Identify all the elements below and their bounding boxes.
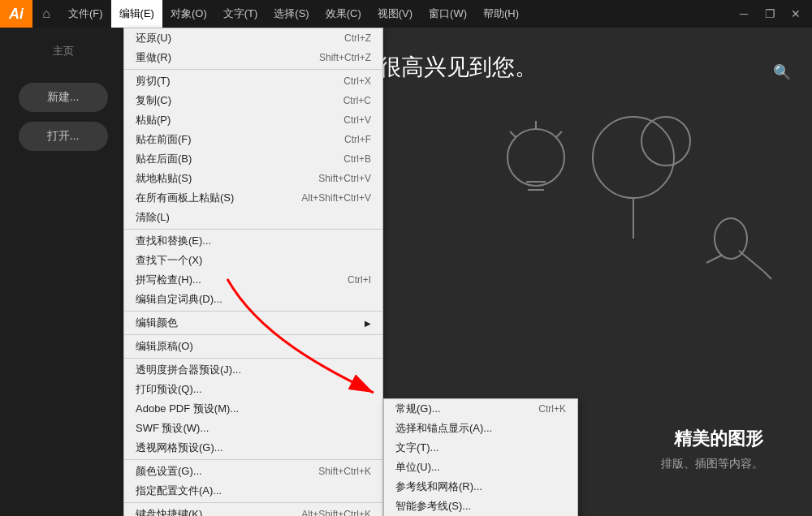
menu-keyboard-shortcuts[interactable]: 键盘快捷键(K)... Alt+Shift+Ctrl+K xyxy=(124,505,382,516)
new-button[interactable]: 新建... xyxy=(19,83,108,112)
menu-view[interactable]: 视图(V) xyxy=(369,0,421,28)
sep-5 xyxy=(124,358,382,359)
menu-redo[interactable]: 重做(R) Shift+Ctrl+Z xyxy=(124,48,382,67)
menu-editcolor[interactable]: 编辑颜色 ▶ xyxy=(124,313,382,333)
maximize-button[interactable]: ❐ xyxy=(757,6,783,22)
menu-window[interactable]: 窗口(W) xyxy=(421,0,475,28)
sep-2 xyxy=(124,229,382,230)
menu-color-settings[interactable]: 颜色设置(G)... Shift+Ctrl+K xyxy=(124,462,382,481)
menu-spellcheck[interactable]: 拼写检查(H)... Ctrl+I xyxy=(124,270,382,290)
menu-paste-front[interactable]: 贴在前面(F) Ctrl+F xyxy=(124,130,382,149)
menu-pdf-preset[interactable]: Adobe PDF 预设(M)... xyxy=(124,399,382,419)
pref-text[interactable]: 文字(T)... xyxy=(384,438,577,458)
menu-file[interactable]: 文件(F) xyxy=(60,0,111,28)
menu-cut[interactable]: 剪切(T) Ctrl+X xyxy=(124,71,382,91)
svg-line-5 xyxy=(556,131,562,137)
menu-text[interactable]: 文字(T) xyxy=(215,0,266,28)
menu-help[interactable]: 帮助(H) xyxy=(475,0,527,28)
svg-line-11 xyxy=(763,271,771,279)
menu-paste-back[interactable]: 贴在后面(B) Ctrl+B xyxy=(124,149,382,169)
illustration-area xyxy=(471,76,780,320)
menu-edit[interactable]: 编辑(E) xyxy=(111,0,162,28)
menu-transparency-preset[interactable]: 透明度拼合器预设(J)... xyxy=(124,360,382,380)
menu-editdict[interactable]: 编辑自定词典(D)... xyxy=(124,290,382,309)
menu-copy[interactable]: 复制(C) Ctrl+C xyxy=(124,91,382,110)
menu-paste[interactable]: 粘贴(P) Ctrl+V xyxy=(124,110,382,130)
home-icon[interactable]: ⌂ xyxy=(32,0,60,28)
prefs-submenu[interactable]: 常规(G)... Ctrl+K 选择和锚点显示(A)... 文字(T)... 单… xyxy=(383,398,578,516)
svg-line-10 xyxy=(739,251,763,271)
svg-point-0 xyxy=(508,129,564,186)
sep-3 xyxy=(124,311,382,312)
open-button[interactable]: 打开... xyxy=(19,122,108,151)
svg-line-12 xyxy=(706,255,723,263)
ai-logo: Ai xyxy=(0,0,32,28)
menu-undo[interactable]: 还原(U) Ctrl+Z xyxy=(124,28,382,48)
menu-effect[interactable]: 效果(C) xyxy=(317,0,369,28)
menu-editoriginal[interactable]: 编辑原稿(O) xyxy=(124,337,382,356)
sep-6 xyxy=(124,459,382,460)
pref-selection[interactable]: 选择和锚点显示(A)... xyxy=(384,419,577,438)
menu-object[interactable]: 对象(O) xyxy=(162,0,215,28)
sep-4 xyxy=(124,334,382,335)
menu-print-preset[interactable]: 打印预设(Q)... xyxy=(124,380,382,399)
menu-paste-allboards[interactable]: 在所有画板上粘贴(S) Alt+Shift+Ctrl+V xyxy=(124,188,382,208)
menu-clear[interactable]: 清除(L) xyxy=(124,208,382,227)
sidebar: 主页 新建... 打开... xyxy=(0,28,126,516)
promo-title: 精美的图形 xyxy=(674,427,763,451)
menu-perspective-preset[interactable]: 透视网格预设(G)... xyxy=(124,438,382,458)
menu-paste-inplace[interactable]: 就地粘贴(S) Shift+Ctrl+V xyxy=(124,169,382,188)
menu-findreplace[interactable]: 查找和替换(E)... xyxy=(124,231,382,251)
edit-dropdown[interactable]: 还原(U) Ctrl+Z 重做(R) Shift+Ctrl+Z 剪切(T) Ct… xyxy=(123,28,383,516)
menu-assign-profile[interactable]: 指定配置文件(A)... xyxy=(124,481,382,501)
pref-guides-grid[interactable]: 参考线和网格(R)... xyxy=(384,477,577,497)
menu-swf-preset[interactable]: SWF 预设(W)... xyxy=(124,419,382,438)
svg-line-4 xyxy=(510,131,516,137)
pref-smart-guides[interactable]: 智能参考线(S)... xyxy=(384,497,577,516)
minimize-button[interactable]: ─ xyxy=(731,6,757,22)
pref-general[interactable]: 常规(G)... Ctrl+K xyxy=(384,399,577,419)
sep-1 xyxy=(124,69,382,70)
svg-point-8 xyxy=(641,117,690,166)
menu-bar: 文件(F) 编辑(E) 对象(O) 文字(T) 选择(S) 效果(C) 视图(V… xyxy=(60,0,731,28)
title-bar: Ai ⌂ 文件(F) 编辑(E) 对象(O) 文字(T) 选择(S) 效果(C)… xyxy=(0,0,812,28)
window-controls: ─ ❐ ✕ xyxy=(731,6,809,22)
sidebar-home-label: 主页 xyxy=(53,44,74,58)
sep-7 xyxy=(124,502,382,503)
close-button[interactable]: ✕ xyxy=(783,6,809,22)
svg-point-6 xyxy=(593,117,674,198)
menu-select[interactable]: 选择(S) xyxy=(266,0,317,28)
menu-findnext[interactable]: 查找下一个(X) xyxy=(124,251,382,270)
promo-subtitle: 排版、插图等内容。 xyxy=(661,457,763,471)
pref-units[interactable]: 单位(U)... xyxy=(384,458,577,477)
